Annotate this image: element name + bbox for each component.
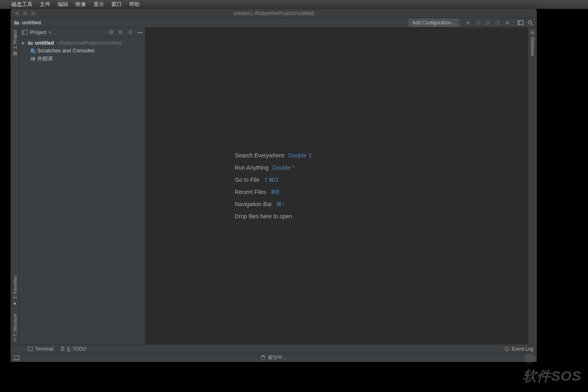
tree-item-label: 外部库 xyxy=(37,55,53,62)
hint-drop-files: Drop files here to open xyxy=(235,213,313,220)
svg-point-0 xyxy=(477,21,480,24)
chevron-down-icon[interactable]: ▾ xyxy=(49,30,51,34)
status-bar: 索引中... xyxy=(11,353,537,362)
breadcrumb-item[interactable]: untitled xyxy=(22,19,41,26)
menu-item[interactable]: 帮助 xyxy=(129,1,140,8)
spinner-icon xyxy=(261,355,266,360)
menu-item[interactable]: 文件 xyxy=(40,1,50,8)
svg-rect-13 xyxy=(31,57,32,61)
menu-item[interactable]: 映像 xyxy=(76,1,86,8)
svg-rect-17 xyxy=(505,347,509,350)
star-icon: ★ xyxy=(12,300,17,306)
debug-icon[interactable] xyxy=(474,19,482,27)
library-icon xyxy=(30,56,36,62)
search-icon[interactable] xyxy=(526,19,534,27)
profile-icon[interactable] xyxy=(493,19,502,27)
terminal-icon xyxy=(28,347,33,351)
ide-window: untitled [~/RubymineProjects/untitled] u… xyxy=(11,9,537,362)
chevron-right-icon[interactable]: ▶ xyxy=(22,41,26,45)
svg-point-5 xyxy=(528,21,532,24)
svg-rect-4 xyxy=(518,20,519,24)
tree-external-libs-node[interactable]: 外部库 xyxy=(19,54,145,63)
right-tool-gutter: ☰ Database xyxy=(528,28,537,344)
hint-search-everywhere: Search EverywhereDouble ⇧ xyxy=(235,152,313,159)
event-log-tab[interactable]: Event Log xyxy=(504,346,534,352)
svg-rect-7 xyxy=(22,30,24,34)
titlebar: untitled [~/RubymineProjects/untitled] xyxy=(11,9,537,18)
structure-tool-tab[interactable]: ⠿ 7: Structure xyxy=(12,314,17,342)
folder-icon xyxy=(28,40,33,46)
svg-point-9 xyxy=(110,32,112,33)
svg-rect-16 xyxy=(28,347,32,351)
gear-icon[interactable] xyxy=(128,29,133,35)
event-log-icon xyxy=(504,346,510,351)
tree-scratches-node[interactable]: Scratches and Consoles xyxy=(19,47,145,54)
empty-editor-hints: Search EverywhereDouble ⇧ Run AnythingDo… xyxy=(235,152,313,220)
tool-window-bar: Terminal ☰ 6: TODO Event Log xyxy=(11,344,537,353)
database-tool-tab[interactable]: ☰ Database xyxy=(530,30,535,56)
terminal-tool-tab[interactable]: Terminal xyxy=(28,346,53,352)
svg-rect-14 xyxy=(32,57,33,61)
svg-rect-2 xyxy=(506,21,509,24)
structure-icon: ⠿ xyxy=(13,338,17,343)
coverage-icon[interactable] xyxy=(484,19,492,27)
layout-icon[interactable] xyxy=(517,19,525,27)
stop-icon[interactable] xyxy=(503,19,511,27)
hint-recent-files: Recent Files⌘E xyxy=(235,189,313,195)
project-tool-tab[interactable]: ▤ 1: Project xyxy=(12,30,17,56)
hint-navigation-bar: Navigation Bar⌘↑ xyxy=(235,201,313,207)
run-icon[interactable] xyxy=(464,19,472,27)
project-name: untitled xyxy=(35,40,54,46)
project-panel-title[interactable]: Project xyxy=(30,29,46,35)
expand-all-icon[interactable] xyxy=(118,29,123,35)
hide-panel-icon[interactable]: — xyxy=(137,29,143,35)
svg-point-10 xyxy=(130,31,131,33)
locate-icon[interactable] xyxy=(108,29,114,35)
menu-item[interactable]: 编辑 xyxy=(58,1,68,8)
macos-menubar: 磁盘工具 文件 编辑 映像 显示 窗口 帮助 xyxy=(0,0,588,9)
navigation-toolbar: untitled Add Configuration... xyxy=(11,18,537,28)
maximize-window-button[interactable] xyxy=(31,11,36,16)
favorites-tool-tab[interactable]: ★ 2: Favorites xyxy=(12,276,17,306)
left-tool-gutter: ▤ 1: Project ★ 2: Favorites ⠿ 7: Structu… xyxy=(11,28,19,344)
hint-go-to-file: Go to File⇧⌘O xyxy=(235,177,313,183)
project-path: ~/RubymineProjects/untitled xyxy=(56,40,121,46)
svg-rect-15 xyxy=(34,57,35,61)
project-tree[interactable]: ▶ untitled ~/RubymineProjects/untitled S… xyxy=(19,37,145,65)
tree-root-node[interactable]: ▶ untitled ~/RubymineProjects/untitled xyxy=(19,39,145,47)
close-window-button[interactable] xyxy=(15,11,19,16)
menu-item[interactable]: 显示 xyxy=(93,1,104,8)
scratches-icon xyxy=(30,48,36,54)
database-icon: ☰ xyxy=(530,30,535,35)
menu-item[interactable]: 窗口 xyxy=(111,1,122,8)
add-configuration-button[interactable]: Add Configuration... xyxy=(409,19,459,27)
project-panel: Project ▾ — ▶ untitled ~/RubymineProject… xyxy=(19,28,145,344)
window-title: untitled [~/RubymineProjects/untitled] xyxy=(11,11,537,16)
hint-run-anything: Run AnythingDouble ^ xyxy=(235,164,313,171)
indexing-status: 索引中... xyxy=(268,354,287,361)
editor-area[interactable]: Search EverywhereDouble ⇧ Run AnythingDo… xyxy=(145,28,528,344)
folder-icon xyxy=(14,20,19,26)
menu-item[interactable]: 磁盘工具 xyxy=(11,1,32,8)
folder-icon: ▤ xyxy=(12,50,17,56)
list-icon: ☰ xyxy=(61,346,65,352)
todo-tool-tab[interactable]: ☰ 6: TODO xyxy=(61,346,86,352)
tree-item-label: Scratches and Consoles xyxy=(37,47,95,54)
minimize-window-button[interactable] xyxy=(23,11,28,16)
project-view-icon xyxy=(22,30,28,35)
